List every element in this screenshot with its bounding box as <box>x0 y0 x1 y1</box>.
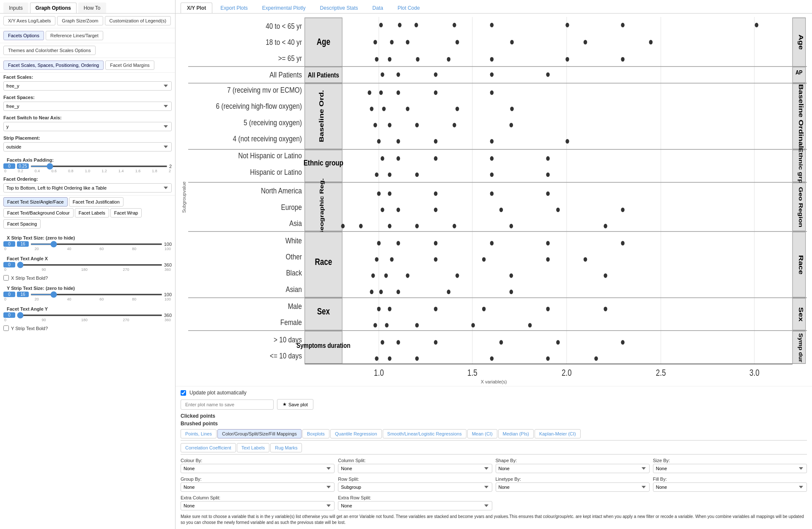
svg-point-130 <box>377 191 381 196</box>
btn-ref-lines[interactable]: Reference Lines/Target <box>46 31 103 40</box>
extra-col-split-select[interactable]: None <box>181 501 335 510</box>
x-strip-bold-checkbox[interactable] <box>3 275 9 281</box>
svg-point-191 <box>490 356 494 361</box>
svg-point-188 <box>375 356 379 361</box>
extra-row-split-select[interactable]: None <box>338 501 492 510</box>
svg-text:Other: Other <box>286 252 302 261</box>
mapping-tabs-1: Points, Lines Color/Group/Split/Size/Fil… <box>181 429 807 441</box>
facet-angle-x-slider[interactable] <box>17 264 162 266</box>
facet-ordering-select[interactable]: Top to Bottom, Left to Right Ordering li… <box>3 183 172 193</box>
column-split-select[interactable]: None <box>338 464 492 473</box>
btn-graph-size[interactable]: Graph Size/Zoom <box>57 16 103 25</box>
save-plot-button[interactable]: ★ Save plot <box>277 399 313 410</box>
facet-angle-x-section: Facet Text Angle X 0 360 090180270360 <box>0 253 175 273</box>
facet-angle-y-label: Facet Text Angle Y <box>3 305 172 312</box>
update-auto-checkbox[interactable] <box>181 390 186 396</box>
btn-xy-axes[interactable]: X/Y Axes Log/Labels <box>3 16 55 25</box>
mt-kaplan[interactable]: Kaplan-Meier (CI) <box>535 429 581 438</box>
facet-spaces-wrap: free_y free fixed <box>0 101 175 113</box>
linetype-by-select[interactable]: None <box>496 482 650 492</box>
svg-point-178 <box>385 323 389 328</box>
y-axis-label: Subgroupvalue <box>181 17 187 377</box>
size-by-select[interactable]: None <box>653 464 807 473</box>
btn-legend-custom[interactable]: Customization of Legend(s) <box>105 16 171 25</box>
sub-row-1: X/Y Axes Log/Labels Graph Size/Zoom Cust… <box>0 14 175 28</box>
facet-spaces-select[interactable]: free_y free fixed <box>3 102 172 111</box>
y-strip-size-slider[interactable] <box>30 294 162 295</box>
row-split-select[interactable]: Subgroup None <box>338 482 492 492</box>
btab-facet-wrap[interactable]: Facet Wrap <box>110 208 142 218</box>
svg-point-166 <box>370 289 374 294</box>
svg-point-107 <box>406 107 410 111</box>
update-auto-label: Update plot automatically <box>189 390 247 396</box>
mt-boxplots[interactable]: Boxplots <box>302 429 329 438</box>
svg-point-155 <box>390 257 394 262</box>
rt-tab-plotly[interactable]: Experimental Plotly <box>256 3 312 13</box>
btn-facet-scales-pos[interactable]: Facet Scales, Spaces, Positioning, Order… <box>3 61 104 70</box>
rt-tab-xy-plot[interactable]: X/Y Plot <box>181 3 212 13</box>
facet-ordering-label: Facet Ordering: <box>0 175 175 182</box>
svg-point-148 <box>377 241 381 245</box>
facet-angle-y-slider[interactable] <box>17 314 162 316</box>
mt-rug-marks[interactable]: Rug Marks <box>270 443 302 452</box>
rt-tab-desc-stats[interactable]: Descriptive Stats <box>314 3 365 13</box>
fill-by-select[interactable]: None <box>653 482 807 492</box>
chart-area: Subgroupvalue <box>176 14 812 386</box>
sub-row-3: Themes and Color/other Scales Options <box>0 43 175 58</box>
x-axis-label: X variable(s) <box>181 377 807 386</box>
svg-text:>= 65 yr: >= 65 yr <box>278 54 302 63</box>
y-strip-bold-checkbox[interactable] <box>3 325 9 331</box>
mt-correlation[interactable]: Correlation Coefficient <box>181 443 236 452</box>
facet-axis-padding-slider[interactable] <box>30 165 167 167</box>
facet-angle-x-row: 0 360 <box>3 262 172 267</box>
svg-point-134 <box>546 191 550 196</box>
svg-point-114 <box>510 123 513 127</box>
svg-point-117 <box>434 139 438 144</box>
tab-inputs[interactable]: Inputs <box>3 3 28 13</box>
mt-points-lines[interactable]: Points, Lines <box>181 429 217 438</box>
strip-placement-select[interactable]: outside inside <box>3 142 172 152</box>
svg-point-142 <box>359 224 363 229</box>
btab-facet-labels[interactable]: Facet Labels <box>75 208 109 218</box>
svg-point-128 <box>490 172 494 177</box>
x-strip-size-slider[interactable] <box>30 243 162 245</box>
btab-facet-spacing[interactable]: Facet Spacing <box>3 219 41 229</box>
colour-by-select[interactable]: None <box>181 464 335 473</box>
x-strip-size-ticks: 020406080100 <box>3 247 172 251</box>
x-strip-size-min-val: 0 <box>3 241 15 247</box>
svg-point-91 <box>447 57 451 62</box>
extra-col-split-label: Extra Column Split: <box>181 495 335 500</box>
svg-point-121 <box>396 156 400 161</box>
facet-scales-select[interactable]: free_y free fixed <box>3 81 172 91</box>
facet-switch-select[interactable]: y x both <box>3 122 172 131</box>
mt-text-labels[interactable]: Text Labels <box>237 443 270 452</box>
tab-graph-options[interactable]: Graph Options <box>30 3 77 13</box>
rt-tab-data[interactable]: Data <box>366 3 390 13</box>
mt-median-pi[interactable]: Median (PIs) <box>498 429 534 438</box>
svg-point-186 <box>556 340 560 345</box>
btab-facet-text-colour[interactable]: Facet Text/Background Colour <box>3 208 74 218</box>
btn-facet-grid-margins[interactable]: Facet Grid Margins <box>105 61 154 70</box>
facet-angle-y-ticks: 090180270360 <box>3 318 172 322</box>
facet-angle-y-section: Facet Text Angle Y 0 360 090180270360 <box>0 303 175 324</box>
svg-point-109 <box>510 107 514 111</box>
mt-color-group[interactable]: Color/Group/Split/Size/Fill Mappings <box>217 429 302 438</box>
fill-by-label: Fill By: <box>653 477 807 482</box>
mt-quantile[interactable]: Quantile Regression <box>330 429 382 438</box>
rt-tab-plot-code[interactable]: Plot Code <box>391 3 426 13</box>
group-by-select[interactable]: None <box>181 482 335 492</box>
svg-point-103 <box>434 91 438 95</box>
svg-point-180 <box>471 323 475 328</box>
rt-tab-export[interactable]: Export Plots <box>214 3 254 13</box>
mt-smooth[interactable]: Smooth/Linear/Logistic Regressions <box>383 429 466 438</box>
tab-how-to[interactable]: How To <box>78 3 106 13</box>
btn-themes[interactable]: Themes and Color/other Scales Options <box>3 46 96 55</box>
btab-facet-text-size[interactable]: Facet Text Size/Angle/Face <box>3 197 68 207</box>
column-split-item: Column Split: None <box>338 458 492 473</box>
btn-facets-options[interactable]: Facets Options <box>3 31 44 40</box>
plot-name-input[interactable] <box>181 400 274 410</box>
shape-by-select[interactable]: None <box>496 464 650 473</box>
mt-mean-ci[interactable]: Mean (CI) <box>467 429 497 438</box>
btab-facet-text-just[interactable]: Facet Text Justification <box>69 197 123 207</box>
svg-point-86 <box>584 40 587 44</box>
